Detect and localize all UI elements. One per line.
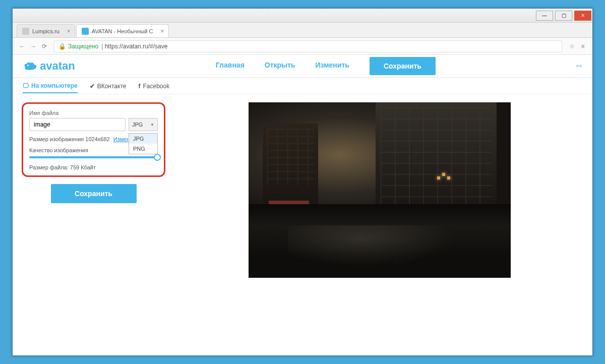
- filesize-text: Размер файла: 759 Кбайт: [29, 164, 158, 170]
- tab-label: На компьютере: [31, 82, 78, 89]
- chevron-down-icon: ▼: [150, 123, 154, 127]
- logo-whale-icon: [23, 60, 38, 72]
- nav-back-button[interactable]: ←: [17, 41, 28, 52]
- browser-tab[interactable]: Lumpics.ru ×: [17, 24, 75, 37]
- bookmark-star-icon[interactable]: ☆: [566, 43, 577, 50]
- favicon-icon: [22, 28, 29, 35]
- browser-menu-icon[interactable]: ≡: [577, 43, 588, 50]
- save-panel: Имя файла JPG ▼ JPG PNG Размер изображен…: [22, 102, 165, 347]
- logo-text: avatan: [40, 59, 75, 73]
- filename-label: Имя файла: [29, 110, 158, 116]
- tab-vkontakte[interactable]: ✔ ВКонтакте: [90, 83, 127, 90]
- window-titlebar: — ▢ ✕: [13, 9, 592, 23]
- tab-label: Facebook: [143, 83, 169, 90]
- tab-computer[interactable]: 🖵 На компьютере: [23, 82, 78, 93]
- address-bar[interactable]: 🔒 Защищено | https://avatan.ru/#/save: [54, 40, 562, 52]
- format-select[interactable]: JPG ▼: [129, 118, 158, 131]
- site-header: avatan Главная Открыть Изменить Сохранит…: [13, 55, 592, 78]
- lock-icon: 🔒: [58, 43, 66, 50]
- format-dropdown: JPG PNG: [129, 133, 158, 154]
- nav-open[interactable]: Открыть: [265, 57, 295, 75]
- window-close-button[interactable]: ✕: [574, 11, 591, 21]
- tab-title: AVATAN - Необычный С: [92, 28, 153, 34]
- dimensions-text: Размер изображения 1024x682: [29, 136, 110, 142]
- vk-icon: ✔: [90, 83, 95, 90]
- url-text: https://avatan.ru/#/save: [105, 43, 168, 50]
- nav-edit[interactable]: Изменить: [316, 57, 349, 75]
- main-nav: Главная Открыть Изменить Сохранить: [75, 57, 576, 75]
- nav-save[interactable]: Сохранить: [370, 57, 436, 75]
- tab-close-icon[interactable]: ×: [161, 28, 164, 35]
- laptop-icon: 🖵: [23, 82, 29, 89]
- tab-label: ВКонтакте: [97, 83, 127, 90]
- format-option-jpg[interactable]: JPG: [129, 134, 157, 144]
- format-selected-value: JPG: [132, 122, 143, 128]
- save-button[interactable]: Сохранить: [51, 184, 137, 203]
- site-logo[interactable]: avatan: [23, 59, 75, 73]
- favicon-icon: [82, 28, 89, 35]
- filename-input[interactable]: [29, 118, 126, 131]
- secure-label: Защищено: [68, 43, 98, 50]
- nav-home[interactable]: Главная: [216, 57, 245, 75]
- preview-area: [175, 102, 583, 347]
- slider-thumb[interactable]: [154, 154, 161, 161]
- tab-title: Lumpics.ru: [32, 28, 59, 34]
- browser-tabstrip: Lumpics.ru × AVATAN - Необычный С ×: [13, 23, 592, 38]
- window-maximize-button[interactable]: ▢: [555, 11, 572, 21]
- content-area: Имя файла JPG ▼ JPG PNG Размер изображен…: [13, 94, 592, 355]
- browser-tab[interactable]: AVATAN - Необычный С ×: [76, 24, 169, 37]
- image-preview: [249, 102, 511, 278]
- tab-facebook[interactable]: f Facebook: [138, 83, 169, 90]
- page-content: avatan Главная Открыть Изменить Сохранит…: [13, 55, 592, 355]
- browser-window: — ▢ ✕ Lumpics.ru × AVATAN - Необычный С …: [12, 8, 593, 356]
- browser-toolbar: ← → ⟳ 🔒 Защищено | https://avatan.ru/#/s…: [13, 38, 592, 55]
- tab-close-icon[interactable]: ×: [67, 28, 71, 35]
- nav-reload-button[interactable]: ⟳: [39, 41, 50, 52]
- facebook-icon: f: [138, 83, 140, 90]
- quality-slider[interactable]: [29, 156, 158, 158]
- window-minimize-button[interactable]: —: [536, 11, 553, 21]
- svg-point-0: [27, 65, 29, 66]
- nav-forward-button[interactable]: →: [28, 41, 39, 52]
- save-target-tabs: 🖵 На компьютере ✔ ВКонтакте f Facebook: [13, 78, 592, 94]
- format-option-png[interactable]: PNG: [129, 144, 157, 154]
- save-options-box: Имя файла JPG ▼ JPG PNG Размер изображен…: [22, 102, 165, 177]
- quality-label: Качество изображения: [29, 147, 88, 153]
